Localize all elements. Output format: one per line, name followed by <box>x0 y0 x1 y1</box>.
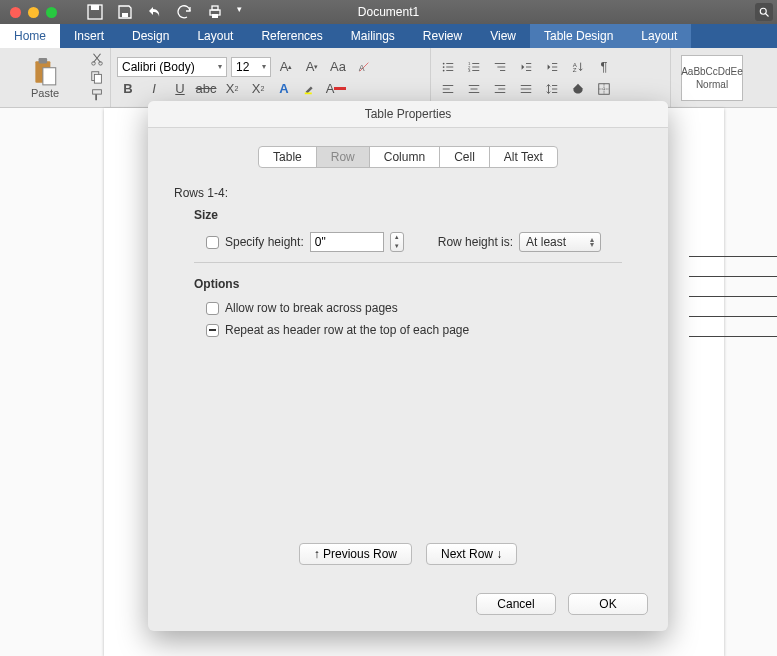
line-spacing-icon[interactable] <box>541 79 563 99</box>
document-title: Document1 <box>358 5 419 19</box>
svg-point-20 <box>443 69 445 71</box>
minimize-window-icon[interactable] <box>28 7 39 18</box>
superscript-button[interactable]: X2 <box>247 79 269 99</box>
previous-row-button[interactable]: ↑ Previous Row <box>299 543 412 565</box>
repeat-header-checkbox[interactable] <box>206 324 219 337</box>
specify-height-checkbox[interactable] <box>206 236 219 249</box>
style-preview: AaBbCcDdEe <box>681 66 743 77</box>
bold-button[interactable]: B <box>117 79 139 99</box>
bullets-icon[interactable] <box>437 57 459 77</box>
font-color-icon[interactable]: A <box>325 79 347 99</box>
window-controls <box>0 7 67 18</box>
dialog-tab-strip: Table Row Column Cell Alt Text <box>174 146 642 168</box>
svg-point-6 <box>760 8 766 14</box>
dialog-tab-column[interactable]: Column <box>370 147 440 167</box>
allow-break-label: Allow row to break across pages <box>225 301 398 315</box>
font-name-select[interactable]: Calibri (Body)▾ <box>117 57 227 77</box>
align-center-icon[interactable] <box>463 79 485 99</box>
subscript-button[interactable]: X2 <box>221 79 243 99</box>
qat-more-icon[interactable]: ▾ <box>237 4 242 20</box>
style-name: Normal <box>696 79 728 90</box>
tab-references[interactable]: References <box>247 24 336 48</box>
table-edge <box>689 336 777 337</box>
svg-text:A: A <box>359 62 365 72</box>
tab-table-layout[interactable]: Layout <box>627 24 691 48</box>
svg-rect-2 <box>122 13 128 17</box>
table-edge <box>689 276 777 277</box>
align-right-icon[interactable] <box>489 79 511 99</box>
tab-design[interactable]: Design <box>118 24 183 48</box>
tab-insert[interactable]: Insert <box>60 24 118 48</box>
shrink-font-icon[interactable]: A▾ <box>301 57 323 77</box>
italic-button[interactable]: I <box>143 79 165 99</box>
dialog-tab-alt-text[interactable]: Alt Text <box>490 147 557 167</box>
svg-text:3: 3 <box>468 68 471 73</box>
shading-icon[interactable] <box>567 79 589 99</box>
svg-text:Z: Z <box>573 66 577 73</box>
tab-view[interactable]: View <box>476 24 530 48</box>
svg-line-7 <box>766 14 769 17</box>
font-size-select[interactable]: 12▾ <box>231 57 271 77</box>
next-row-button[interactable]: Next Row ↓ <box>426 543 517 565</box>
dialog-title: Table Properties <box>148 101 668 128</box>
quick-access-toolbar: ▾ <box>67 4 242 20</box>
search-icon[interactable] <box>755 3 773 21</box>
floppy-icon[interactable] <box>117 4 133 20</box>
text-effects-icon[interactable]: A <box>273 79 295 99</box>
repeat-header-label: Repeat as header row at the top of each … <box>225 323 469 337</box>
row-height-is-label: Row height is: <box>438 235 513 249</box>
size-group-label: Size <box>174 208 642 222</box>
underline-button[interactable]: U <box>169 79 191 99</box>
sort-icon[interactable]: AZ <box>567 57 589 77</box>
highlight-icon[interactable] <box>299 79 321 99</box>
tab-home[interactable]: Home <box>0 24 60 48</box>
table-edge <box>689 256 777 257</box>
indent-right-icon[interactable] <box>541 57 563 77</box>
tab-review[interactable]: Review <box>409 24 476 48</box>
grow-font-icon[interactable]: A▴ <box>275 57 297 77</box>
row-height-mode-select[interactable]: At least ▴▾ <box>519 232 601 252</box>
print-icon[interactable] <box>207 4 223 20</box>
height-input[interactable] <box>310 232 384 252</box>
dialog-tab-row[interactable]: Row <box>317 147 370 167</box>
svg-rect-10 <box>43 67 56 84</box>
tab-layout[interactable]: Layout <box>183 24 247 48</box>
svg-rect-5 <box>212 14 218 18</box>
show-marks-icon[interactable]: ¶ <box>593 57 615 77</box>
numbering-icon[interactable]: 123 <box>463 57 485 77</box>
save-icon[interactable] <box>87 4 103 20</box>
tab-mailings[interactable]: Mailings <box>337 24 409 48</box>
svg-rect-1 <box>91 5 99 10</box>
close-window-icon[interactable] <box>10 7 21 18</box>
align-left-icon[interactable] <box>437 79 459 99</box>
table-properties-dialog: Table Properties Table Row Column Cell A… <box>148 101 668 631</box>
undo-icon[interactable] <box>147 4 163 20</box>
redo-icon[interactable] <box>177 4 193 20</box>
zoom-window-icon[interactable] <box>46 7 57 18</box>
justify-icon[interactable] <box>515 79 537 99</box>
multilevel-list-icon[interactable] <box>489 57 511 77</box>
change-case-icon[interactable]: Aa <box>327 57 349 77</box>
svg-rect-14 <box>94 74 101 83</box>
svg-point-19 <box>443 66 445 68</box>
divider <box>194 262 622 263</box>
allow-break-checkbox[interactable] <box>206 302 219 315</box>
borders-icon[interactable] <box>593 79 615 99</box>
height-stepper[interactable]: ▲▼ <box>390 232 404 252</box>
ribbon-toolbar: Paste Calibri (Body)▾ 12▾ A▴ A▾ Aa A B I… <box>0 48 777 108</box>
style-normal[interactable]: AaBbCcDdEe Normal <box>681 55 743 101</box>
cancel-button[interactable]: Cancel <box>476 593 556 615</box>
table-edge <box>689 316 777 317</box>
clear-format-icon[interactable]: A <box>353 57 375 77</box>
rows-range-label: Rows 1-4: <box>174 186 642 200</box>
strike-button[interactable]: abc <box>195 79 217 99</box>
indent-left-icon[interactable] <box>515 57 537 77</box>
ok-button[interactable]: OK <box>568 593 648 615</box>
dialog-tab-cell[interactable]: Cell <box>440 147 490 167</box>
cut-icon[interactable] <box>90 52 104 66</box>
paste-button[interactable]: Paste <box>6 52 84 103</box>
tab-table-design[interactable]: Table Design <box>530 24 627 48</box>
copy-icon[interactable] <box>90 70 104 84</box>
format-painter-icon[interactable] <box>90 88 104 102</box>
dialog-tab-table[interactable]: Table <box>259 147 317 167</box>
